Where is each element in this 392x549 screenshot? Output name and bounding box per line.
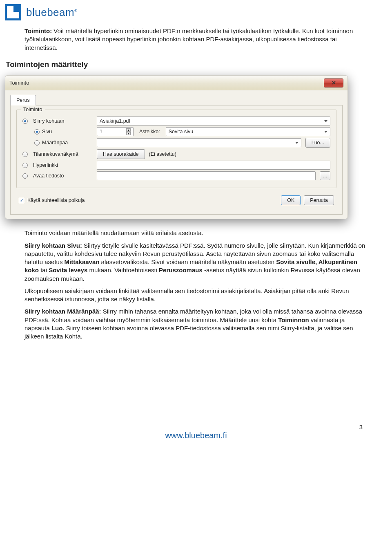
input-hyperlinkki[interactable] bbox=[97, 161, 330, 170]
radio-tilanne[interactable] bbox=[22, 152, 28, 157]
footer-url: www.bluebeam.fi bbox=[165, 431, 227, 440]
page-content: Toiminto: Voit määritellä hyperlinkin om… bbox=[0, 23, 392, 447]
body-p3: Ulkopuoliseen asiakirjaan voidaan linkit… bbox=[24, 287, 368, 304]
page-spinner[interactable]: 1 ▲ ▼ bbox=[97, 127, 134, 136]
dialog-toiminto: Toiminto ✕ Perus Toiminto Siirry kohtaan… bbox=[5, 75, 348, 219]
label-asteikko: Asteikko: bbox=[139, 128, 160, 135]
chevron-down-icon bbox=[295, 142, 298, 144]
radio-sivu[interactable] bbox=[34, 129, 40, 134]
label-hyperlinkki: Hyperlinkki bbox=[33, 162, 94, 169]
combo-document-value: Asiakirja1.pdf bbox=[100, 118, 130, 125]
row-maaranpaa: Määränpää Luo... bbox=[22, 138, 330, 148]
section-heading: Toimintojen määrittely bbox=[6, 59, 368, 70]
combo-document[interactable]: Asiakirja1.pdf bbox=[97, 117, 330, 125]
chevron-down-icon bbox=[324, 131, 327, 133]
ok-button[interactable]: OK bbox=[281, 195, 301, 205]
row-tilanne: Tilannekuvanäkymä Hae suorakaide (Ei ase… bbox=[22, 149, 330, 159]
cancel-button[interactable]: Peruuta bbox=[304, 195, 334, 205]
body-p2: Siirry kohtaan Sivu: Siirtyy tietylle si… bbox=[24, 242, 368, 283]
close-icon: ✕ bbox=[332, 79, 336, 87]
dialog-titlebar: Toiminto ✕ bbox=[5, 76, 347, 90]
brand-text: bluebeam® bbox=[26, 6, 77, 19]
row-avaa-tiedosto: Avaa tiedosto ... bbox=[22, 171, 330, 180]
hae-suorakaide-button[interactable]: Hae suorakaide bbox=[97, 149, 145, 159]
row-hyperlinkki: Hyperlinkki bbox=[22, 161, 330, 170]
combo-asteikko-value: Sovita sivu bbox=[169, 128, 193, 135]
input-avaa-tiedosto[interactable] bbox=[97, 171, 316, 180]
row-sivu: Sivu 1 ▲ ▼ Asteikko: Sovit bbox=[22, 127, 330, 136]
checkbox-label: Käytä suhteellisia polkuja bbox=[27, 197, 85, 204]
ei-asetettu-text: (Ei asetettu) bbox=[149, 151, 176, 158]
body-p1: Toiminto voidaan määritellä noudattamaan… bbox=[24, 229, 368, 237]
combo-maaranpaa[interactable] bbox=[97, 138, 301, 147]
chevron-down-icon bbox=[324, 120, 327, 122]
radio-maaranpaa[interactable] bbox=[34, 140, 40, 146]
group-legend: Toiminto bbox=[21, 106, 45, 113]
page-number: 3 bbox=[359, 424, 363, 430]
radio-avaa-tiedosto[interactable] bbox=[22, 173, 28, 179]
close-button[interactable]: ✕ bbox=[324, 78, 343, 87]
tab-panel: Toiminto Siirry kohtaan Asiakirja1.pdf S… bbox=[10, 105, 343, 215]
label-maaranpaa: Määränpää bbox=[42, 139, 94, 146]
spinner-up-icon[interactable]: ▲ bbox=[126, 128, 131, 132]
intro-text: Voit määritellä hyperlinkin ominaisuudet… bbox=[24, 27, 353, 51]
group-toiminto: Toiminto Siirry kohtaan Asiakirja1.pdf S… bbox=[16, 110, 336, 188]
body-p4: Siirry kohtaan Määränpää: Siirry mihin t… bbox=[24, 307, 368, 341]
browse-button[interactable]: ... bbox=[320, 171, 330, 180]
dialog-footer: ✓ Käytä suhteellisia polkuja OK Peruuta bbox=[16, 188, 336, 208]
checkbox-relative-paths[interactable]: ✓ bbox=[19, 198, 24, 203]
label-tilanne: Tilannekuvanäkymä bbox=[33, 151, 94, 158]
row-siirry-kohtaan: Siirry kohtaan Asiakirja1.pdf bbox=[22, 117, 330, 125]
radio-siirry-kohtaan[interactable] bbox=[22, 119, 28, 124]
dialog-title: Toiminto bbox=[9, 79, 29, 87]
combo-asteikko[interactable]: Sovita sivu bbox=[166, 127, 330, 136]
label-siirry-kohtaan: Siirry kohtaan bbox=[33, 118, 94, 125]
logo-icon bbox=[5, 4, 21, 20]
label-sivu: Sivu bbox=[42, 128, 94, 135]
page-spinner-value: 1 bbox=[100, 128, 102, 135]
dialog-body: Perus Toiminto Siirry kohtaan Asiakirja1… bbox=[5, 90, 347, 219]
tab-perus[interactable]: Perus bbox=[10, 95, 36, 105]
intro-label: Toiminto: bbox=[24, 27, 52, 34]
intro-paragraph: Toiminto: Voit määritellä hyperlinkin om… bbox=[24, 27, 368, 52]
label-avaa-tiedosto: Avaa tiedosto bbox=[33, 173, 94, 179]
page-header: bluebeam® bbox=[0, 0, 392, 23]
spinner-down-icon[interactable]: ▼ bbox=[126, 132, 131, 135]
radio-hyperlinkki[interactable] bbox=[22, 163, 28, 168]
luo-button[interactable]: Luo... bbox=[305, 138, 330, 148]
